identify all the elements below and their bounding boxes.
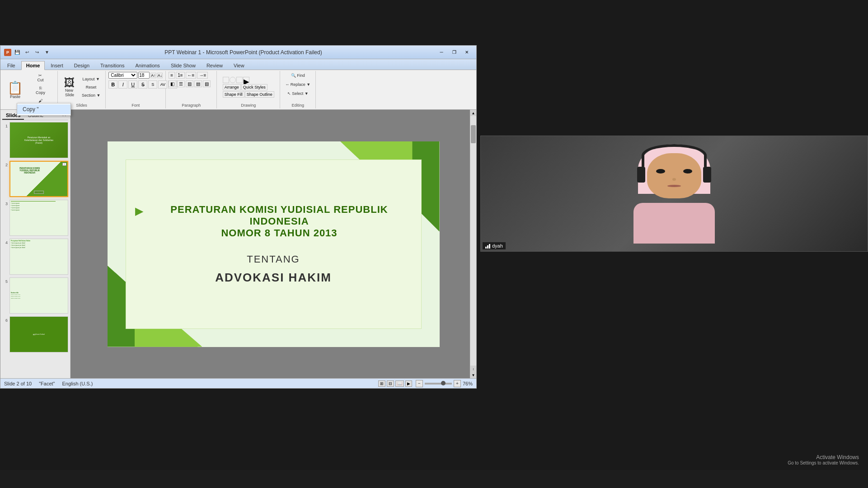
tab-insert[interactable]: Insert	[46, 61, 68, 70]
increase-indent-btn[interactable]: →≡	[197, 72, 208, 79]
slide-subtitle: TENTANG	[247, 253, 300, 265]
slide-thumbnail-1[interactable]: Peraturan Mentalak anKeterbatasan dan So…	[9, 122, 68, 158]
slide-thumbnail-5[interactable]: Section title Detail content here Detail…	[9, 277, 68, 314]
slide-title-text: PERATURAN KOMISI YUDISIAL REPUBLIK INDON…	[147, 204, 412, 239]
window-controls: ─ ❐ ✕	[436, 48, 473, 57]
paragraph-content: ≡ 1≡ ←≡ →≡ ◧ ☰ ▥ ▤ ▧	[169, 72, 214, 102]
vertical-scrollbar[interactable]: ▲ ↕ ▼	[470, 110, 476, 378]
left-eye	[656, 169, 665, 174]
arrange-button[interactable]: Arrange	[223, 84, 241, 90]
zoom-in-btn[interactable]: +	[454, 380, 461, 387]
bullets-button[interactable]: ≡	[169, 72, 175, 79]
decrease-indent-btn[interactable]: ←≡	[186, 72, 197, 79]
ribbon-group-font: Calibri A↑ A↓ B I U S̶ S AV A Font	[106, 71, 166, 108]
scroll-down-btn[interactable]: ▼	[470, 372, 476, 378]
bold-button[interactable]: B	[108, 80, 117, 89]
shadow-button[interactable]: S	[148, 80, 157, 89]
align-center-btn[interactable]: ☰	[177, 80, 185, 87]
quick-more-btn[interactable]: ▼	[43, 48, 51, 56]
align-right-btn[interactable]: ▥	[186, 80, 193, 87]
close-button[interactable]: ✕	[461, 48, 473, 57]
reading-view-btn[interactable]: 📖	[395, 380, 404, 387]
font-decrease-btn[interactable]: A↓	[157, 73, 163, 78]
activate-windows-watermark: Activate Windows Go to Settings to activ…	[788, 454, 859, 465]
normal-view-btn[interactable]: ⊞	[378, 380, 385, 387]
body	[633, 203, 715, 244]
slide-thumb-4: 4 Pernyataan Hak Satuan Hakim • lorem ip…	[2, 239, 68, 275]
slide-thumb-3: 3 • Lorem ipsum • Lorem ipsum • Lorem ip…	[2, 200, 68, 236]
tab-slideshow[interactable]: Slide Show	[166, 61, 201, 70]
zoom-out-btn[interactable]: −	[416, 380, 423, 387]
editing-label: Editing	[292, 102, 305, 108]
slide-thumbnail-6[interactable]: KYKomisi Yudisial	[9, 316, 68, 352]
slide-sorter-btn[interactable]: ⊟	[387, 380, 394, 387]
scroll-track[interactable]	[470, 116, 476, 366]
zoom-slider-thumb[interactable]	[441, 381, 446, 385]
quick-undo-btn[interactable]: ↩	[23, 48, 31, 56]
find-button[interactable]: 🔍 Find	[289, 72, 307, 79]
copy-button[interactable]: ⎘ Copy	[26, 84, 55, 96]
cursor-indicator: ↖	[62, 163, 66, 166]
cut-icon: ✂	[38, 73, 42, 78]
tab-view[interactable]: View	[229, 61, 249, 70]
tab-transitions[interactable]: Transitions	[95, 61, 129, 70]
columns-btn[interactable]: ▧	[203, 80, 211, 87]
select-button[interactable]: ↖ Select ▼	[285, 90, 311, 97]
slide-thumbnail-2[interactable]: PERATURAN KOMISIYUDISIAL REPUBLIKINDONES…	[9, 161, 68, 197]
nose	[672, 178, 676, 181]
new-slide-button[interactable]: 🖼 NewSlide	[61, 76, 79, 99]
right-eye	[683, 169, 692, 174]
tab-design[interactable]: Design	[69, 61, 94, 70]
restore-button[interactable]: ❐	[448, 48, 460, 57]
scroll-thumb[interactable]	[471, 125, 476, 143]
strikethrough-button[interactable]: S̶	[138, 80, 147, 89]
slideshow-btn[interactable]: ▶	[405, 380, 412, 387]
shape-rect[interactable]	[223, 77, 229, 83]
slide-thumbnail-3[interactable]: • Lorem ipsum • Lorem ipsum • Lorem ipsu…	[9, 200, 68, 236]
shape-oval[interactable]	[230, 77, 236, 83]
copy-menu-item[interactable]: Copy "	[17, 104, 70, 114]
tab-file[interactable]: File	[2, 61, 20, 70]
font-family-select[interactable]: Calibri	[108, 72, 137, 79]
status-right: ⊞ ⊟ 📖 ▶ − + 76%	[378, 380, 473, 387]
zoom-control: − + 76%	[416, 380, 473, 387]
headset-arc	[642, 144, 707, 167]
align-left-btn[interactable]: ◧	[169, 80, 176, 87]
zoom-level[interactable]: 76%	[463, 381, 473, 386]
zoom-slider[interactable]	[425, 383, 452, 385]
shape-outline-button[interactable]: Shape Outline	[245, 91, 274, 98]
minimize-button[interactable]: ─	[436, 48, 447, 57]
scroll-up-btn[interactable]: ▲	[470, 110, 476, 116]
section-button[interactable]: Section ▼	[80, 92, 103, 99]
font-size-input[interactable]	[138, 72, 150, 79]
shape-other[interactable]	[236, 77, 243, 83]
tab-review[interactable]: Review	[202, 61, 228, 70]
shape-more[interactable]: ▶	[243, 77, 249, 83]
underline-button[interactable]: U	[128, 80, 137, 89]
scroll-arrows-mid[interactable]: ↕	[470, 366, 476, 372]
numbering-button[interactable]: 1≡	[176, 72, 184, 79]
slide-thumbnail-4[interactable]: Pernyataan Hak Satuan Hakim • lorem ipsu…	[9, 239, 68, 275]
slide-content-box: ▶ PERATURAN KOMISI YUDISIAL REPUBLIK IND…	[126, 160, 422, 329]
layout-button[interactable]: Layout ▼	[80, 75, 103, 83]
quick-save-btn[interactable]: 💾	[13, 48, 21, 56]
justify-btn[interactable]: ▤	[194, 80, 202, 87]
webcam-panel: dyah	[480, 136, 868, 252]
drawing-label: Drawing	[241, 102, 256, 108]
shape-fill-button[interactable]: Shape Fill	[223, 91, 244, 98]
tab-animations[interactable]: Animations	[130, 61, 164, 70]
quick-redo-btn[interactable]: ↪	[33, 48, 41, 56]
italic-button[interactable]: I	[118, 80, 127, 89]
person-figure	[629, 144, 719, 244]
paste-button[interactable]: 📋 Paste	[5, 80, 25, 100]
reset-button[interactable]: Reset	[80, 84, 103, 91]
slides-label: Slides	[76, 102, 87, 108]
quick-styles-button[interactable]: Quick Styles	[241, 84, 267, 90]
thumb2-notitle: [No Title]	[34, 191, 44, 194]
context-menu: Copy "	[17, 103, 71, 116]
font-increase-btn[interactable]: A↑	[150, 73, 156, 78]
tab-home[interactable]: Home	[21, 61, 45, 70]
main-canvas[interactable]: ▶ PERATURAN KOMISI YUDISIAL REPUBLIK IND…	[70, 110, 476, 378]
cut-button[interactable]: ✂ Cut	[26, 72, 55, 84]
replace-button[interactable]: ↔ Replace ▼	[283, 81, 313, 88]
